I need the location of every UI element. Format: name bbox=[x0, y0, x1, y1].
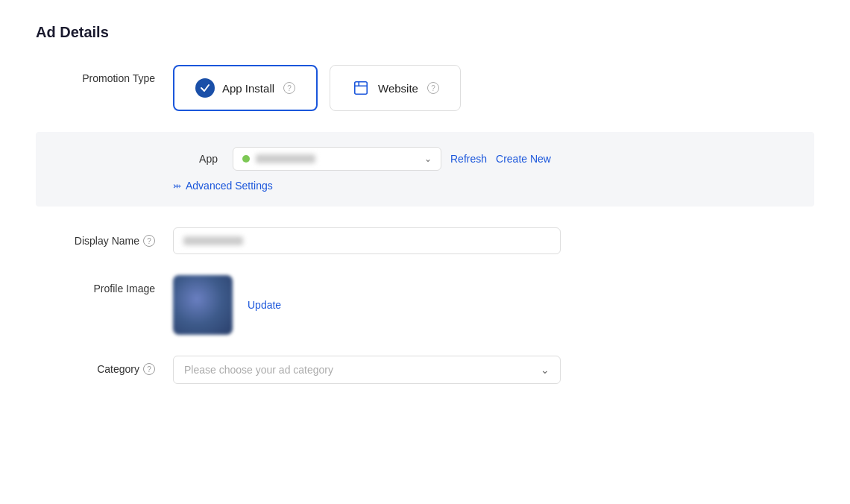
category-help-icon[interactable]: ? bbox=[143, 363, 155, 375]
category-chevron-icon: ⌄ bbox=[541, 364, 550, 376]
app-install-label: App Install bbox=[222, 82, 274, 95]
app-section-inner: App ⌄ Refresh Create New ⤔ bbox=[36, 147, 790, 192]
svg-rect-0 bbox=[355, 82, 368, 95]
page-title: Ad Details bbox=[36, 24, 814, 41]
app-install-check-icon bbox=[195, 78, 215, 98]
website-help-icon[interactable]: ? bbox=[427, 82, 439, 94]
refresh-link[interactable]: Refresh bbox=[450, 153, 487, 165]
page-container: Ad Details Promotion Type App Install ? bbox=[0, 0, 850, 504]
update-image-link[interactable]: Update bbox=[248, 299, 281, 311]
display-name-row: Display Name ? bbox=[36, 227, 814, 254]
app-selector-row: App ⌄ Refresh Create New bbox=[173, 147, 790, 171]
advanced-chevrons-icon: ⤔ bbox=[173, 180, 181, 192]
category-dropdown[interactable]: Please choose your ad category ⌄ bbox=[173, 356, 561, 384]
profile-image-thumbnail bbox=[173, 275, 233, 335]
display-name-input[interactable] bbox=[173, 227, 561, 254]
profile-image-area: Update bbox=[173, 275, 281, 335]
website-label: Website bbox=[378, 82, 418, 95]
app-dropdown-chevron-icon: ⌄ bbox=[424, 154, 432, 164]
profile-image-label: Profile Image bbox=[36, 275, 155, 294]
promotion-type-row: Promotion Type App Install ? bbox=[36, 65, 814, 111]
display-name-label: Display Name ? bbox=[36, 227, 155, 247]
profile-image-row: Profile Image Update bbox=[36, 275, 814, 335]
display-name-help-icon[interactable]: ? bbox=[143, 235, 155, 247]
promo-card-website[interactable]: Website ? bbox=[330, 65, 461, 111]
create-new-link[interactable]: Create New bbox=[496, 153, 551, 165]
app-install-help-icon[interactable]: ? bbox=[283, 82, 295, 94]
promo-card-app-install[interactable]: App Install ? bbox=[173, 65, 318, 111]
promotion-type-label: Promotion Type bbox=[36, 65, 155, 84]
category-row: Category ? Please choose your ad categor… bbox=[36, 356, 814, 384]
category-placeholder: Please choose your ad category bbox=[184, 364, 333, 376]
category-label: Category ? bbox=[36, 356, 155, 375]
website-icon bbox=[351, 78, 371, 98]
app-dropdown[interactable]: ⌄ bbox=[233, 147, 441, 171]
app-name-blurred bbox=[256, 154, 315, 163]
app-field-label: App bbox=[173, 153, 218, 165]
app-section-row: App ⌄ Refresh Create New ⤔ bbox=[36, 132, 814, 207]
promotion-type-cards: App Install ? Website ? bbox=[173, 65, 461, 111]
app-section: App ⌄ Refresh Create New ⤔ bbox=[36, 132, 814, 207]
advanced-settings-row: ⤔ Advanced Settings bbox=[173, 180, 790, 192]
app-status-dot bbox=[242, 155, 250, 163]
form-section: Promotion Type App Install ? bbox=[36, 65, 814, 384]
advanced-settings-label[interactable]: Advanced Settings bbox=[186, 180, 273, 192]
